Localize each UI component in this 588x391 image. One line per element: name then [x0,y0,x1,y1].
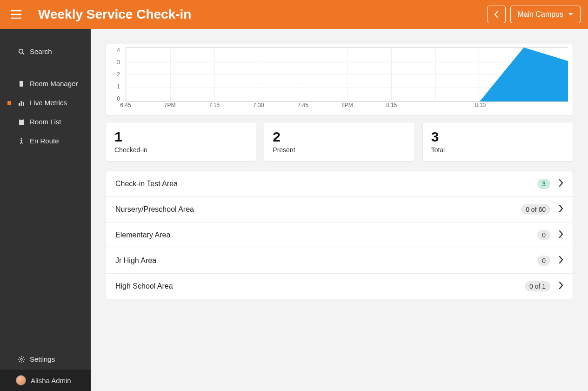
sidebar-item-label: Room List [30,118,61,126]
area-name: Jr High Area [115,256,537,265]
stat-value: 3 [431,129,564,144]
sidebar-item-room-list[interactable]: Room List [0,112,91,131]
stat-label: Present [273,146,406,154]
menu-icon [11,10,21,19]
chart-y-tick: 1 [107,83,120,90]
sidebar-item-settings[interactable]: Settings [0,349,91,370]
chart-x-tick: 8:15 [369,102,414,108]
area-name: Check-in Test Area [115,180,537,188]
sidebar-item-label: Settings [30,355,55,363]
campus-selector-label: Main Campus [517,10,563,19]
sidebar-item-label: Live Metrics [30,99,67,107]
svg-line-1 [23,53,24,54]
svg-rect-8 [20,119,23,120]
sidebar-item-label: Room Manager [30,80,78,88]
bar-chart-icon [18,100,25,106]
area-row[interactable]: Elementary Area0 [106,222,573,248]
sidebar-item-room-manager[interactable]: Room Manager [0,74,91,93]
chart-y-labels: 43210 [107,47,123,102]
stat-card-checked-in: 1 Checked-in [106,122,256,162]
svg-rect-6 [23,102,24,106]
stat-label: Checked-in [114,146,247,154]
sidebar-item-label: En Route [30,137,59,145]
chart-x-tick: 7:45 [281,102,325,108]
svg-point-10 [20,358,22,360]
walking-icon [18,138,25,144]
chart-y-tick: 4 [107,47,120,54]
area-count-badge: 3 [537,179,550,189]
svg-rect-3 [22,81,23,87]
search-icon [18,48,25,55]
chart-x-tick: 8PM [325,102,369,108]
page-title: Weekly Service Check-in [38,7,487,22]
chart-y-tick: 3 [107,59,120,66]
attendance-chart: 43210 6:457PM7:157:307:458PM8:158:30 [106,44,573,115]
chart-x-tick: 8:30 [458,102,502,108]
stat-label: Total [431,146,564,154]
chart-x-tick: 7:15 [192,102,236,108]
chevron-right-icon [559,179,563,189]
sidebar-item-label: Search [30,47,52,55]
chart-x-tick: 7PM [148,102,192,108]
area-row[interactable]: High School Area0 of 1 [106,274,573,299]
hamburger-menu-button[interactable] [9,10,23,19]
sidebar: Search Room Manager Live Metrics Room Li… [0,29,91,391]
campus-selector[interactable]: Main Campus [510,6,581,23]
sidebar-user[interactable]: Alisha Admin [0,370,91,391]
svg-rect-5 [21,101,22,106]
area-row[interactable]: Check-in Test Area3 [106,171,573,197]
gear-icon [18,356,25,363]
chart-x-tick: 7:30 [236,102,281,108]
area-name: High School Area [115,282,525,290]
area-row[interactable]: Nursery/Preschool Area0 of 60 [106,197,573,222]
chart-y-tick: 2 [107,71,120,78]
chart-x-cell: 8:15 [392,102,436,112]
sidebar-item-search[interactable]: Search [0,42,91,61]
chart-x-labels: 6:457PM7:157:307:458PM8:158:30 [126,102,569,112]
chart-plot-area [126,47,568,102]
chart-x-cell: 8:30 [480,102,524,112]
svg-rect-7 [19,119,24,125]
back-button[interactable] [487,6,506,23]
svg-rect-2 [20,81,22,87]
stat-card-total: 3 Total [422,122,573,162]
chevron-right-icon [559,282,563,291]
chevron-left-icon [494,11,499,18]
area-count-badge: 0 [537,256,550,266]
chevron-right-icon [559,256,563,265]
stat-value: 1 [114,129,247,144]
header: Weekly Service Check-in Main Campus [0,0,588,29]
area-name: Elementary Area [115,231,537,239]
chart-x-cell [525,102,569,112]
area-count-badge: 0 [537,230,550,240]
chevron-right-icon [559,205,563,214]
chart-area-series [126,47,568,101]
door-icon [18,81,25,87]
avatar [16,375,26,385]
area-count-badge: 0 of 60 [521,204,550,215]
svg-point-9 [20,138,22,139]
svg-rect-4 [19,103,20,106]
chart-x-tick: 6:45 [103,102,147,108]
main-content: 43210 6:457PM7:157:307:458PM8:158:30 1 C… [91,29,588,391]
clipboard-icon [18,119,25,125]
chart-series-area [126,47,568,101]
caret-down-icon [568,13,574,16]
sidebar-item-live-metrics[interactable]: Live Metrics [0,93,91,112]
area-count-badge: 0 of 1 [525,281,550,291]
stat-value: 2 [273,129,406,144]
area-row[interactable]: Jr High Area0 [106,248,573,274]
user-name: Alisha Admin [31,377,71,384]
areas-list: Check-in Test Area3Nursery/Preschool Are… [106,171,573,299]
sidebar-item-en-route[interactable]: En Route [0,131,91,150]
stat-card-present: 2 Present [264,122,414,162]
svg-point-0 [19,49,23,53]
chart-y-tick: 0 [107,95,120,102]
area-name: Nursery/Preschool Area [115,205,521,214]
chevron-right-icon [559,230,563,240]
